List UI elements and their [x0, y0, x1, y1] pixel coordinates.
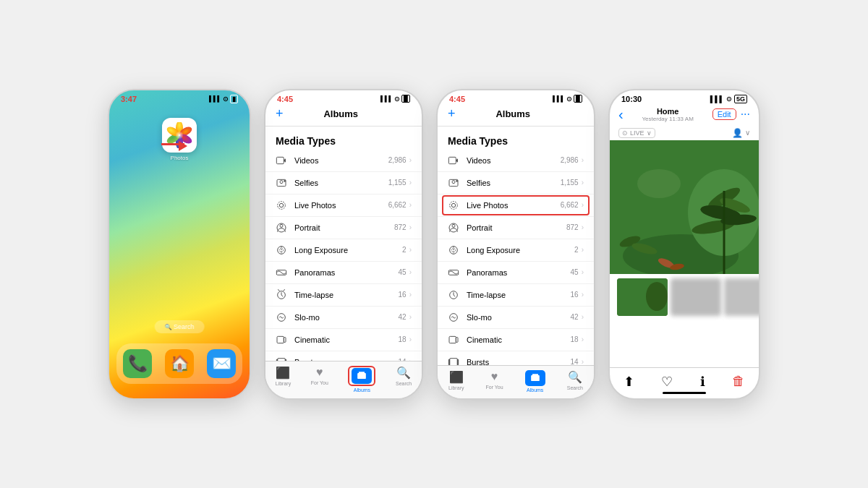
- list-item-bursts[interactable]: Bursts 14 ›: [265, 351, 422, 361]
- add-album-button-3[interactable]: +: [448, 106, 456, 121]
- p4-thumbnail-strip: [610, 274, 759, 320]
- p4-signal: ▌▌▌: [710, 95, 724, 103]
- list-item-panorama-3[interactable]: Panoramas 45 ›: [438, 262, 594, 284]
- list-item-live-3[interactable]: Live Photos 6,662 ›: [438, 194, 594, 217]
- list-item-portrait-3[interactable]: Portrait 872 ›: [438, 217, 594, 239]
- svg-point-12: [279, 203, 283, 207]
- p4-live-bar: ⊙ LIVE ∨ 👤 ∨: [610, 126, 759, 140]
- cinematic-icon: [274, 333, 289, 347]
- tab-foryou[interactable]: ♥ For You: [311, 366, 328, 393]
- dock-phone-icon[interactable]: 📞: [123, 349, 152, 378]
- add-album-button[interactable]: +: [276, 106, 284, 121]
- list-item-longexp[interactable]: Long Exposure 2 ›: [265, 239, 422, 262]
- svg-point-9: [280, 180, 283, 183]
- list-item-selfies-3[interactable]: Selfies 1,155 ›: [438, 172, 594, 194]
- list-item-videos[interactable]: Videos 2,986 ›: [265, 150, 422, 172]
- favorite-button[interactable]: ♡: [661, 374, 673, 390]
- item-name-videos-3: Videos: [467, 156, 561, 165]
- item-count-bursts-3: 14: [571, 358, 579, 365]
- list-item-longexp-3[interactable]: Long Exposure 2 ›: [438, 239, 594, 262]
- tab-foryou-3[interactable]: ♥ For You: [486, 370, 503, 393]
- tab-search-label: Search: [396, 381, 412, 386]
- longexp-icon-3: [446, 243, 461, 257]
- live-icon-3: [446, 198, 461, 213]
- albums-icon: [352, 368, 372, 384]
- item-name-cinematic: Cinematic: [294, 335, 399, 344]
- search-tab-icon-3: 🔍: [568, 370, 582, 384]
- tab-search[interactable]: 🔍 Search: [396, 366, 412, 393]
- tab-albums-3[interactable]: Albums: [525, 370, 545, 393]
- p4-title-block: Home Yesterday 11:33 AM: [642, 107, 694, 122]
- svg-point-40: [452, 224, 455, 227]
- item-count-cinematic: 18: [399, 335, 407, 343]
- nav-title-3: Albums: [495, 108, 530, 119]
- foryou-icon: ♥: [316, 366, 323, 379]
- p4-edit-button[interactable]: Edit: [712, 108, 736, 120]
- home-indicator: [663, 392, 706, 394]
- albums-tab-highlight: [348, 366, 375, 386]
- p4-live-badge[interactable]: ⊙ LIVE ∨: [618, 128, 655, 138]
- p4-thumb-2[interactable]: [671, 278, 721, 316]
- battery-icon: ▮: [230, 95, 238, 103]
- dock-mail-icon[interactable]: ✉️: [207, 349, 236, 378]
- live-chevron: ∨: [647, 129, 652, 137]
- info-button[interactable]: ℹ: [700, 374, 705, 390]
- tab-bar-2: ⬛ Library ♥ For You Albums 🔍 Search: [265, 361, 422, 398]
- list-item-live[interactable]: Live Photos 6,662 ›: [265, 194, 422, 217]
- p4-status-icons: ▌▌▌ ⊙ 5G: [710, 95, 747, 103]
- status-time-2: 4:45: [277, 95, 293, 103]
- list-item-cinematic[interactable]: Cinematic 18 ›: [265, 329, 422, 351]
- list-item-slomo-3[interactable]: Slo-mo 42 ›: [438, 307, 594, 329]
- list-item-selfies[interactable]: Selfies 1,155 ›: [265, 172, 422, 194]
- svg-rect-25: [276, 359, 277, 361]
- dock-home-icon[interactable]: 🏠: [165, 349, 194, 378]
- list-item-panorama[interactable]: Panoramas 45 ›: [265, 262, 422, 284]
- svg-rect-57: [531, 374, 540, 380]
- svg-rect-22: [277, 336, 284, 343]
- status-icons-3: ▌▌▌ ⊙ ▉: [553, 95, 582, 103]
- p4-thumb-3[interactable]: [724, 278, 759, 316]
- svg-point-74: [646, 282, 668, 311]
- p4-back-button[interactable]: ‹: [618, 106, 624, 123]
- delete-button[interactable]: 🗑: [732, 374, 745, 389]
- tab-albums[interactable]: Albums: [348, 366, 375, 393]
- status-bar: 3:47 ▌▌▌ ⊙ ▮: [109, 90, 250, 103]
- item-count-live-3: 6,662: [561, 201, 579, 209]
- item-name-live-3: Live Photos: [467, 201, 561, 210]
- item-count-live: 6,662: [388, 201, 407, 209]
- battery-icon-3: ▉: [574, 95, 582, 103]
- portrait-icon-3: [446, 221, 461, 235]
- svg-rect-52: [457, 359, 458, 365]
- bursts-icon: [274, 355, 289, 361]
- item-name-longexp: Long Exposure: [294, 246, 402, 254]
- svg-point-11: [284, 180, 286, 181]
- list-item-timelapse-3[interactable]: Time-lapse 16 ›: [438, 284, 594, 307]
- svg-point-37: [456, 180, 458, 181]
- wifi-icon: ⊙: [223, 95, 229, 103]
- item-name-timelapse: Time-lapse: [294, 291, 399, 299]
- list-item-cinematic-3[interactable]: Cinematic 18 ›: [438, 329, 594, 351]
- p4-thumb-1[interactable]: [617, 278, 668, 316]
- list-item-timelapse[interactable]: Time-lapse 16 ›: [265, 284, 422, 307]
- item-name-longexp-3: Long Exposure: [467, 246, 574, 254]
- item-count-longexp-3: 2: [574, 246, 579, 254]
- photos-app[interactable]: Photos: [158, 118, 201, 161]
- list-item-portrait[interactable]: Portrait 872 ›: [265, 217, 422, 239]
- search-bar[interactable]: 🔍 Search: [155, 320, 205, 333]
- longexp-icon: [274, 243, 289, 257]
- list-item-bursts-3[interactable]: Bursts 14 ›: [438, 351, 594, 365]
- p4-nav-actions: Edit ···: [712, 108, 750, 121]
- tab-search-label-3: Search: [567, 385, 583, 390]
- item-count-portrait: 872: [394, 223, 407, 231]
- list-item-videos-3[interactable]: Videos 2,986 ›: [438, 150, 594, 172]
- tab-library-3[interactable]: ⬛ Library: [448, 370, 464, 393]
- phone-albums-highlight-screen: 4:45 ▌▌▌ ⊙ ▉ + Albums Media Types Videos…: [436, 89, 595, 400]
- p4-more-button[interactable]: ···: [741, 108, 750, 121]
- person-icon: 👤: [732, 128, 743, 138]
- tab-search-3[interactable]: 🔍 Search: [567, 370, 583, 393]
- item-name-cinematic-3: Cinematic: [467, 335, 571, 344]
- tab-library[interactable]: ⬛ Library: [276, 366, 291, 393]
- share-button[interactable]: ⬆: [624, 374, 634, 390]
- status-time: 3:47: [121, 95, 137, 103]
- list-item-slomo[interactable]: Slo-mo 42 ›: [265, 307, 422, 329]
